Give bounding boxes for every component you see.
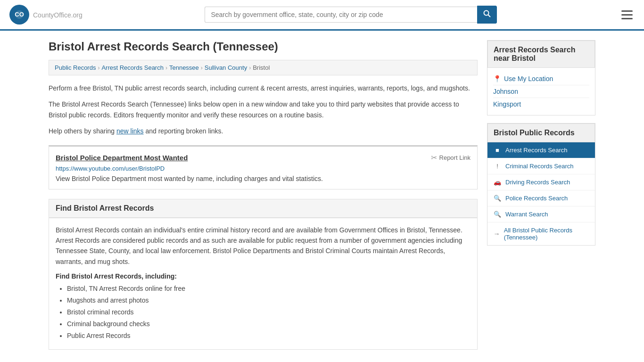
header: CO CountyOffice.org [0,0,644,31]
breadcrumb-link-sullivan[interactable]: Sullivan County [205,64,247,71]
sidebar-item-all-public-records[interactable]: → All Bristol Public Records (Tennessee) [487,222,595,245]
all-public-records-link[interactable]: All Bristol Public Records (Tennessee) [504,227,589,241]
arrest-records-link[interactable]: Arrest Records Search [505,147,568,154]
list-item: Bristol criminal records [67,307,471,317]
kingsport-link[interactable]: Kingsport [493,100,521,108]
svg-text:CO: CO [15,11,24,18]
record-entry-title[interactable]: Bristol Police Department Most Wanted [56,154,188,162]
search-bar-area [205,6,497,24]
use-location-link[interactable]: Use My Location [504,75,553,82]
police-records-link[interactable]: Police Records Search [505,195,568,202]
warrant-search-link[interactable]: Warrant Search [505,211,548,218]
menu-line [621,14,633,16]
report-link-label: Report Link [439,154,471,161]
find-section-subtitle: Find Bristol Arrest Records, including: [56,272,471,280]
breadcrumb-link-arrest-records[interactable]: Arrest Records Search [101,64,164,71]
breadcrumb-link-tennessee[interactable]: Tennessee [169,64,199,71]
exclamation-icon: ! [493,163,502,170]
report-link-button[interactable]: ✂ Report Link [431,153,471,162]
sidebar: Arrest Records Search near Bristol 📍 Use… [487,40,595,350]
search-icon: 🔍 [493,195,502,202]
menu-line [621,10,633,12]
magnify-icon: 🔍 [493,211,502,218]
report-link-icon: ✂ [431,153,437,162]
svg-line-4 [488,15,491,17]
car-icon: 🚗 [493,179,502,186]
driving-records-link[interactable]: Driving Records Search [505,179,570,186]
sidebar-item-police-records[interactable]: 🔍 Police Records Search [487,190,595,206]
nearby-list: 📍 Use My Location Johnson Kingsport [487,68,595,115]
record-entry-header: Bristol Police Department Most Wanted ✂ … [56,153,471,162]
find-section-title: Find Bristol Arrest Records [56,204,471,213]
arrow-right-icon: → [493,230,500,238]
list-item: Mugshots and arrest photos [67,296,471,305]
find-list: Bristol, TN Arrest Records online for fr… [56,284,471,341]
description-para2: The Bristol Arrest Records Search (Tenne… [49,99,478,120]
content-area: Bristol Arrest Records Search (Tennessee… [49,40,478,350]
public-records-section: Bristol Public Records ■ Arrest Records … [487,123,595,246]
sidebar-item-driving-records[interactable]: 🚗 Driving Records Search [487,174,595,190]
new-links-link[interactable]: new links [116,127,144,135]
page-title: Bristol Arrest Records Search (Tennessee… [49,40,478,53]
criminal-records-link[interactable]: Criminal Records Search [505,163,574,170]
johnson-link[interactable]: Johnson [493,88,518,95]
main-container: Bristol Arrest Records Search (Tennessee… [39,31,605,359]
sidebar-item-warrant-search[interactable]: 🔍 Warrant Search [487,206,595,222]
breadcrumb-current: Bristol [253,64,270,71]
list-item: Public Arrest Records [67,331,471,341]
logo-text: CountyOffice.org [33,10,83,20]
logo-icon: CO [9,5,29,25]
find-section-body: Bristol Arrest Records contain an indivi… [49,218,478,350]
sidebar-item-arrest-records[interactable]: ■ Arrest Records Search [487,142,595,158]
description-para3: Help others by sharing new links and rep… [49,126,478,136]
use-my-location-item[interactable]: 📍 Use My Location [493,73,589,85]
nearby-section: Arrest Records Search near Bristol 📍 Use… [487,40,595,115]
record-description: View Bristol Police Department most want… [56,175,471,182]
list-item: Bristol, TN Arrest Records online for fr… [67,284,471,294]
menu-button[interactable] [619,8,635,21]
public-records-section-title: Bristol Public Records [487,123,595,142]
search-button[interactable] [477,6,497,24]
record-entry: Bristol Police Department Most Wanted ✂ … [49,145,478,189]
svg-point-3 [484,11,489,16]
logo-area[interactable]: CO CountyOffice.org [9,5,83,25]
record-url[interactable]: https://www.youtube.com/user/BristolPD [56,165,471,172]
find-section-para: Bristol Arrest Records contain an indivi… [56,225,471,267]
breadcrumb-link-public-records[interactable]: Public Records [55,64,96,71]
breadcrumb: Public Records › Arrest Records Search ›… [49,60,478,75]
search-input[interactable] [205,7,477,23]
menu-line [621,18,633,19]
list-item: Criminal background checks [67,319,471,329]
square-icon: ■ [493,147,502,154]
sidebar-records-list: ■ Arrest Records Search ! Criminal Recor… [487,142,595,245]
sidebar-item-criminal-records[interactable]: ! Criminal Records Search [487,158,595,174]
nearby-section-title: Arrest Records Search near Bristol [487,41,595,68]
find-section-header: Find Bristol Arrest Records [49,199,478,218]
location-pin-icon: 📍 [493,75,501,82]
nearby-location-johnson[interactable]: Johnson [493,85,589,98]
nearby-location-kingsport[interactable]: Kingsport [493,98,589,110]
description-para1: Perform a free Bristol, TN public arrest… [49,83,478,93]
